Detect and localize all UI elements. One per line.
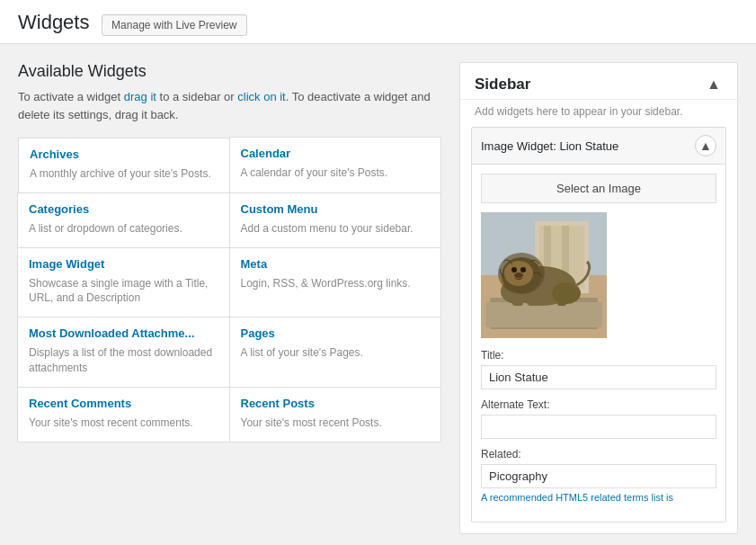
svg-point-17	[511, 267, 517, 272]
alt-text-label: Alternate Text:	[481, 398, 716, 411]
widget-image-widget-desc: Showcase a single image with a Title, UR…	[29, 276, 218, 307]
widget-image-widget-title: Image Widget	[29, 257, 218, 271]
widget-pages-desc: A list of your site's Pages.	[241, 345, 431, 361]
widget-recent-comments-desc: Your site's most recent comments.	[29, 415, 218, 431]
sidebar-heading: Sidebar	[475, 76, 530, 94]
widget-most-downloaded[interactable]: Most Downloaded Attachme... Displays a l…	[17, 317, 230, 388]
widget-meta-title: Meta	[241, 257, 431, 271]
related-hint: A recommended HTML5 related terms list i…	[481, 491, 716, 504]
image-widget-collapse-button[interactable]: ▲	[695, 135, 716, 156]
main-content: Available Widgets To activate a widget d…	[0, 44, 756, 545]
widget-categories[interactable]: Categories A list or dropdown of categor…	[17, 192, 230, 248]
widget-recent-posts-title: Recent Posts	[241, 397, 431, 410]
related-label: Related:	[481, 448, 716, 460]
sidebar-subtext: Add widgets here to appear in your sideb…	[460, 100, 737, 127]
image-widget-body: Select an Image	[472, 165, 725, 522]
select-image-button[interactable]: Select an Image	[481, 174, 716, 203]
widget-custom-menu-title: Custom Menu	[241, 202, 431, 216]
widget-categories-title: Categories	[29, 202, 218, 216]
title-field-group: Title:	[481, 349, 716, 389]
widget-most-downloaded-title: Most Downloaded Attachme...	[29, 326, 218, 340]
sidebar-panel: Sidebar ▲ Add widgets here to appear in …	[459, 62, 738, 534]
widget-recent-posts[interactable]: Recent Posts Your site's most recent Pos…	[229, 387, 442, 442]
image-widget-section: Image Widget: Lion Statue ▲ Select an Im…	[471, 127, 726, 523]
page-title: Widgets	[18, 11, 89, 34]
sidebar-header: Sidebar ▲	[460, 63, 737, 100]
svg-point-19	[514, 272, 523, 278]
widget-recent-comments-title: Recent Comments	[29, 397, 218, 410]
title-label: Title:	[481, 349, 716, 362]
widget-meta-desc: Login, RSS, & WordPress.org links.	[241, 276, 431, 291]
page-wrapper: Widgets Manage with Live Preview Availab…	[0, 0, 756, 545]
widget-recent-comments[interactable]: Recent Comments Your site's most recent …	[17, 387, 230, 442]
svg-rect-7	[485, 302, 602, 327]
image-widget-header-label: Image Widget: Lion Statue	[481, 139, 618, 153]
widget-calendar[interactable]: Calendar A calendar of your site's Posts…	[229, 137, 442, 193]
related-field-group: Related: A recommended HTML5 related ter…	[481, 448, 716, 504]
svg-rect-11	[512, 293, 523, 306]
manage-preview-button[interactable]: Manage with Live Preview	[102, 14, 246, 36]
widget-archives-title: Archives	[30, 147, 218, 161]
svg-rect-13	[557, 295, 566, 306]
widgets-instructions: To activate a widget drag it to a sideba…	[18, 88, 441, 123]
widget-calendar-desc: A calendar of your site's Posts.	[241, 165, 431, 181]
widget-most-downloaded-desc: Displays a list of the most downloaded a…	[29, 345, 218, 376]
widget-recent-posts-desc: Your site's most recent Posts.	[241, 415, 431, 431]
drag-link[interactable]: drag it	[124, 90, 156, 103]
widget-image-widget[interactable]: Image Widget Showcase a single image wit…	[17, 247, 230, 318]
sidebar-collapse-icon[interactable]: ▲	[705, 76, 723, 94]
click-link[interactable]: click on it	[237, 90, 285, 103]
related-input[interactable]	[481, 464, 716, 488]
image-widget-header: Image Widget: Lion Statue ▲	[472, 128, 725, 165]
available-widgets-heading: Available Widgets	[18, 62, 441, 81]
alt-text-field-group: Alternate Text:	[481, 398, 716, 439]
widget-pages[interactable]: Pages A list of your site's Pages.	[229, 317, 442, 388]
svg-rect-12	[528, 293, 538, 306]
widgets-panel: Available Widgets To activate a widget d…	[18, 62, 441, 534]
title-input[interactable]	[481, 365, 716, 389]
svg-point-18	[520, 267, 526, 272]
widget-custom-menu[interactable]: Custom Menu Add a custom menu to your si…	[229, 192, 442, 248]
widget-calendar-title: Calendar	[241, 147, 431, 160]
lion-image	[481, 212, 607, 338]
widget-meta[interactable]: Meta Login, RSS, & WordPress.org links.	[229, 247, 442, 318]
widget-archives[interactable]: Archives A monthly archive of your site'…	[18, 138, 230, 193]
alt-text-input[interactable]	[481, 415, 716, 439]
page-header: Widgets Manage with Live Preview	[0, 0, 756, 44]
widget-pages-title: Pages	[241, 326, 431, 340]
widget-grid: Archives A monthly archive of your site'…	[18, 138, 441, 442]
widget-custom-menu-desc: Add a custom menu to your sidebar.	[241, 221, 431, 237]
widget-archives-desc: A monthly archive of your site's Posts.	[30, 166, 218, 182]
widget-categories-desc: A list or dropdown of categories.	[29, 221, 218, 237]
